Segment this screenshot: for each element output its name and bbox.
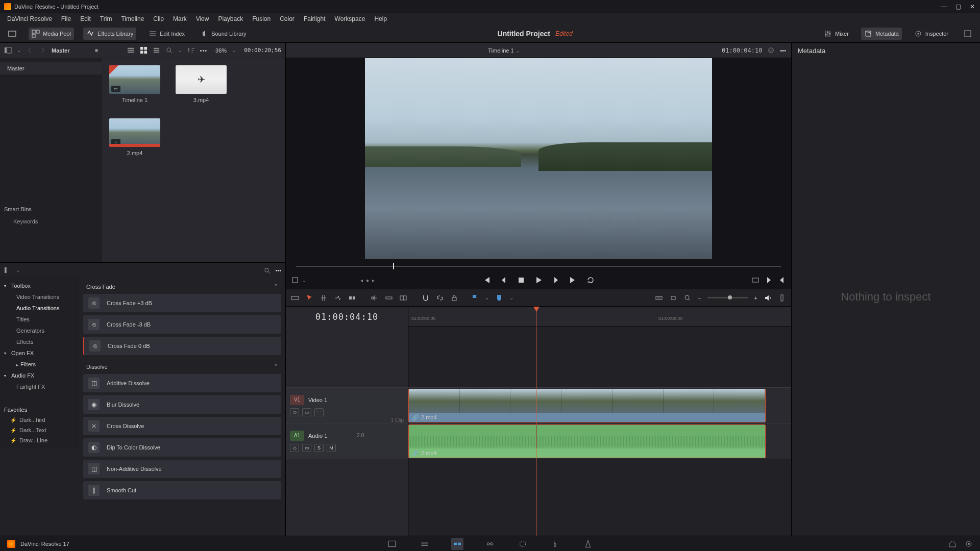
next-frame-button[interactable] <box>552 276 560 284</box>
zoom-custom-icon[interactable] <box>683 294 692 302</box>
dynamic-trim-icon[interactable] <box>334 294 342 302</box>
first-frame-button[interactable] <box>482 276 491 284</box>
last-frame-button[interactable] <box>569 276 577 284</box>
menu-trim[interactable]: Trim <box>96 14 116 24</box>
audio-track-lane[interactable]: 🔗2.mp4 <box>408 423 791 459</box>
video-frame[interactable] <box>365 58 712 259</box>
timeline-tracks[interactable]: 01:00:00:00 01:00:08:00 🔗2.mp4 <box>408 307 791 536</box>
menu-davinci-resolve[interactable]: DaVinci Resolve <box>3 14 56 24</box>
metadata-button[interactable]: Metadata <box>861 28 902 40</box>
menu-view[interactable]: View <box>192 14 213 24</box>
bin-list-icon[interactable] <box>4 46 12 54</box>
favorite-item[interactable]: Dark...Text <box>0 425 79 435</box>
menu-fairlight[interactable]: Fairlight <box>300 14 330 24</box>
deliver-page-button[interactable] <box>582 538 594 550</box>
thumb-view-icon[interactable] <box>140 46 148 54</box>
timeline-view-icon[interactable] <box>291 294 299 302</box>
home-button[interactable] <box>948 540 957 548</box>
minimize-button[interactable]: — <box>940 3 947 10</box>
track-disable-button[interactable]: ⬚ <box>314 408 324 416</box>
maximize-button[interactable]: ▢ <box>954 3 962 10</box>
menu-timeline[interactable]: Timeline <box>117 14 148 24</box>
menu-workspace[interactable]: Workspace <box>331 14 370 24</box>
fx-smooth-cut[interactable]: ∥Smooth Cut <box>83 481 281 499</box>
menu-clip[interactable]: Clip <box>149 14 168 24</box>
fairlightfx-node[interactable]: Fairlight FX <box>0 381 79 392</box>
replace-icon[interactable] <box>399 294 407 302</box>
menu-color[interactable]: Color <box>276 14 299 24</box>
timeline-timecode[interactable]: 01:00:04:10 <box>286 307 408 327</box>
menu-playback[interactable]: Playback <box>214 14 247 24</box>
fairlight-page-button[interactable] <box>549 538 561 550</box>
fx-cross-fade-plus3[interactable]: ⎋Cross Fade +3 dB <box>83 294 281 312</box>
go-in-button[interactable] <box>765 276 773 284</box>
settings-button[interactable] <box>965 540 973 548</box>
titles-node[interactable]: Titles <box>0 314 79 325</box>
audio-transitions-node[interactable]: Audio Transitions <box>0 303 79 314</box>
clip-3-mp4[interactable]: 3.mp4 <box>176 65 227 103</box>
fullscreen-viewer-button[interactable] <box>5 28 19 40</box>
color-page-button[interactable] <box>517 538 529 550</box>
link-icon[interactable] <box>436 294 444 302</box>
edit-page-button[interactable] <box>451 538 463 550</box>
video-track-lane[interactable]: 🔗2.mp4 <box>408 387 791 423</box>
chevron-down-icon[interactable]: ⌄ <box>16 267 20 273</box>
video-transitions-node[interactable]: Video Transitions <box>0 291 79 303</box>
media-page-button[interactable] <box>386 538 398 550</box>
fx-non-additive[interactable]: ◫Non-Additive Dissolve <box>83 460 281 478</box>
toolbox-node[interactable]: ▾Toolbox <box>0 280 79 291</box>
fx-cross-fade-minus3[interactable]: ⎋Cross Fade -3 dB <box>83 315 281 334</box>
insert-icon[interactable] <box>371 294 379 302</box>
fx-options-icon[interactable]: ••• <box>275 267 281 273</box>
zoom-percent[interactable]: 36% <box>215 47 227 54</box>
fx-dip-to-color[interactable]: ◐Dip To Color Dissolve <box>83 438 281 457</box>
loop-button[interactable] <box>586 276 595 284</box>
flag-icon[interactable] <box>471 294 479 302</box>
jog-next[interactable]: ▸ <box>372 278 375 283</box>
strip-view-icon[interactable] <box>153 46 160 54</box>
meter-icon[interactable] <box>778 294 786 302</box>
bypass-icon[interactable] <box>767 46 775 54</box>
fx-cross-dissolve[interactable]: ⤫Cross Dissolve <box>83 417 281 435</box>
audio-clip[interactable]: 🔗2.mp4 <box>408 424 766 458</box>
chevron-down-icon[interactable]: ⌄ <box>485 295 489 300</box>
effects-library-button[interactable]: Effects Library <box>83 28 136 40</box>
zoom-out-button[interactable]: − <box>698 295 701 301</box>
fx-blur-dissolve[interactable]: ◉Blur Dissolve <box>83 395 281 414</box>
audio-track-header[interactable]: A1 Audio 1 2.0 ◇ ▭ S M <box>286 423 408 459</box>
timeline-dropdown[interactable]: Timeline 1 ⌄ <box>488 47 519 54</box>
track-lock-button[interactable]: ▭ <box>302 408 311 416</box>
search-chevron-icon[interactable]: ⌄ <box>178 47 182 53</box>
edit-index-button[interactable]: Edit Index <box>145 28 188 40</box>
options-icon[interactable]: ••• <box>200 47 208 54</box>
filters-node[interactable]: ▸Filters <box>0 359 79 370</box>
prev-icon[interactable] <box>26 46 34 54</box>
inspector-button[interactable]: Inspector <box>911 28 951 40</box>
sort-icon[interactable] <box>187 46 195 54</box>
zoom-chevron-icon[interactable]: ⌄ <box>232 47 236 53</box>
favorite-item[interactable]: Draw...Line <box>0 435 79 445</box>
cut-page-button[interactable] <box>419 538 431 550</box>
mute-button[interactable]: M <box>327 444 336 452</box>
chevron-down-icon[interactable]: ⌄ <box>17 47 21 53</box>
fx-cross-fade-0[interactable]: ⎋Cross Fade 0 dB <box>83 337 281 355</box>
generators-node[interactable]: Generators <box>0 325 79 336</box>
blade-tool-icon[interactable] <box>348 294 356 302</box>
sound-library-button[interactable]: Sound Library <box>197 28 250 40</box>
zoom-detail-icon[interactable] <box>669 294 677 302</box>
playhead[interactable] <box>536 307 536 536</box>
mixer-button[interactable]: Mixer <box>821 28 852 40</box>
fx-group-crossfade[interactable]: Cross Fade⌃ <box>83 278 281 294</box>
play-button[interactable] <box>534 276 543 284</box>
auto-select-button[interactable]: ◇ <box>290 408 299 416</box>
fx-additive-dissolve[interactable]: ◫Additive Dissolve <box>83 374 281 392</box>
fusion-page-button[interactable] <box>484 538 496 550</box>
go-out-button[interactable] <box>778 276 786 284</box>
bin-keywords[interactable]: Keywords <box>0 215 102 228</box>
zoom-full-icon[interactable] <box>655 294 663 302</box>
scrub-bar[interactable] <box>296 261 781 271</box>
record-arm-button[interactable]: ▭ <box>302 444 311 452</box>
audiofx-node[interactable]: ▾Audio FX <box>0 370 79 381</box>
viewer-options-icon[interactable]: ••• <box>780 47 786 54</box>
marker-icon[interactable] <box>495 294 503 302</box>
